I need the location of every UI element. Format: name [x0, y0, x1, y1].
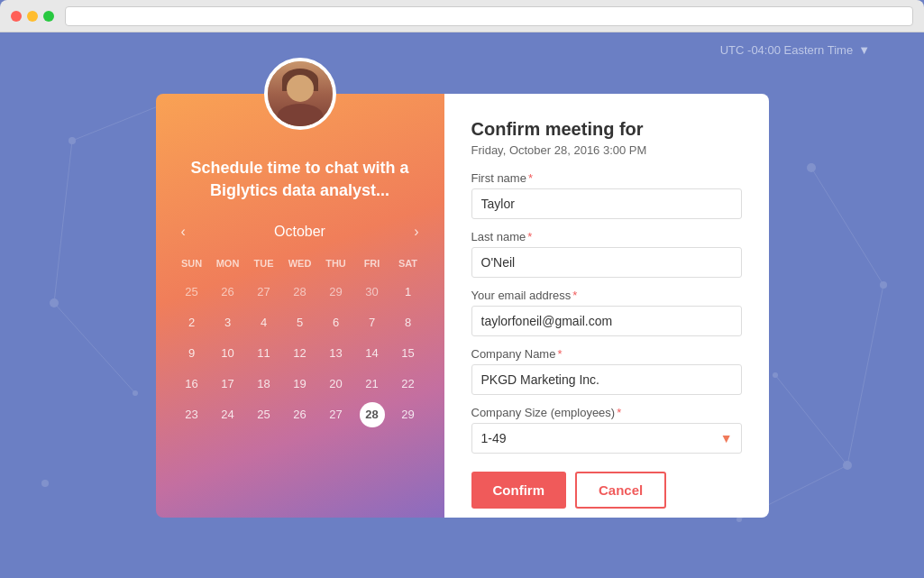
cal-day[interactable]: 25 [252, 402, 277, 427]
left-panel-content: Schedule time to chat with a Biglytics d… [174, 157, 426, 431]
svg-line-14 [847, 285, 883, 465]
cal-header-tue: TUE [246, 254, 282, 272]
cal-day[interactable]: 16 [179, 372, 205, 397]
cal-day[interactable]: 27 [252, 280, 277, 305]
cal-day[interactable]: 6 [324, 310, 349, 335]
cal-header-sun: SUN [174, 254, 210, 272]
required-star: * [572, 289, 577, 302]
svg-line-13 [811, 168, 883, 285]
close-button[interactable] [11, 11, 22, 22]
cal-day[interactable]: 22 [396, 372, 421, 397]
timezone-dropdown-arrow: ▼ [858, 43, 870, 57]
cal-day[interactable]: 11 [252, 341, 277, 366]
company-name-input[interactable] [471, 364, 742, 395]
email-input[interactable] [471, 306, 742, 336]
cal-day[interactable]: 2 [179, 310, 205, 335]
cal-day[interactable]: 27 [324, 402, 349, 427]
cal-day[interactable]: 5 [288, 310, 313, 335]
cal-day[interactable]: 15 [396, 341, 421, 366]
avatar [264, 58, 336, 130]
last-name-label: Last name* [471, 230, 742, 243]
cal-day[interactable]: 10 [215, 341, 241, 366]
first-name-input[interactable] [471, 188, 742, 219]
company-size-group: Company Size (employees)* 1-49 50-199 20… [471, 406, 742, 454]
card-container: Schedule time to chat with a Biglytics d… [156, 94, 769, 518]
cal-header-wed: WED [282, 254, 318, 272]
cal-day[interactable]: 25 [179, 280, 205, 305]
avatar-image [268, 61, 333, 126]
company-size-select-wrapper: 1-49 50-199 200-999 1000+ ▼ [471, 423, 742, 454]
cal-day[interactable]: 12 [288, 341, 313, 366]
maximize-button[interactable] [43, 11, 54, 22]
last-name-input[interactable] [471, 247, 742, 278]
company-name-group: Company Name* [471, 347, 742, 395]
cal-day[interactable]: 9 [179, 341, 205, 366]
last-name-group: Last name* [471, 230, 742, 278]
left-panel: Schedule time to chat with a Biglytics d… [156, 94, 444, 518]
cal-day[interactable]: 19 [288, 372, 313, 397]
required-star: * [528, 171, 533, 185]
calendar-header-row: SUN MON TUE WED THU FRI SAT [174, 254, 426, 272]
minimize-button[interactable] [27, 11, 38, 22]
svg-line-10 [72, 105, 162, 141]
cal-day-selected[interactable]: 28 [360, 402, 385, 427]
prev-month-button[interactable]: ‹ [174, 220, 193, 243]
cal-week-4: 16 17 18 19 20 21 22 [174, 370, 426, 399]
cal-day[interactable]: 18 [252, 372, 277, 397]
url-bar[interactable] [65, 6, 913, 26]
cal-day[interactable]: 21 [360, 372, 385, 397]
cal-day[interactable]: 4 [252, 310, 277, 335]
cal-header-mon: MON [210, 254, 246, 272]
svg-point-4 [41, 480, 49, 487]
calendar-nav: ‹ October › [174, 220, 426, 243]
calendar-month: October [274, 224, 325, 240]
cal-header-thu: THU [318, 254, 354, 272]
cal-day[interactable]: 24 [215, 402, 241, 427]
calendar-grid: SUN MON TUE WED THU FRI SAT 25 26 2 [174, 254, 426, 429]
required-star: * [557, 347, 562, 361]
cal-day[interactable]: 13 [324, 341, 349, 366]
cal-day[interactable]: 7 [360, 310, 385, 335]
cal-header-sat: SAT [390, 254, 426, 272]
button-row: Confirm Cancel [471, 472, 742, 509]
cal-day[interactable]: 26 [215, 280, 241, 305]
first-name-group: First name* [471, 171, 742, 219]
cal-day[interactable]: 17 [215, 372, 241, 397]
svg-line-11 [54, 141, 72, 303]
timezone-bar[interactable]: UTC -04:00 Eastern Time ▼ [720, 43, 870, 57]
avatar-face [287, 75, 314, 102]
required-star: * [527, 230, 532, 243]
cal-day[interactable]: 14 [360, 341, 385, 366]
next-month-button[interactable]: › [407, 220, 425, 243]
cal-day[interactable]: 23 [179, 402, 205, 427]
cal-day[interactable]: 28 [288, 280, 313, 305]
cal-header-fri: FRI [354, 254, 390, 272]
cancel-button[interactable]: Cancel [575, 472, 666, 509]
calendar: ‹ October › SUN MON TUE WED THU FRI SAT [174, 220, 426, 429]
avatar-body [278, 104, 323, 126]
company-size-label: Company Size (employees)* [471, 406, 742, 419]
main-area: UTC -04:00 Eastern Time ▼ Schedule time … [0, 32, 924, 578]
cal-day[interactable]: 29 [396, 402, 421, 427]
email-group: Your email address* [471, 289, 742, 336]
confirm-title: Confirm meeting for [471, 119, 742, 140]
confirm-subtitle: Friday, October 28, 2016 3:00 PM [471, 143, 742, 157]
company-size-select[interactable]: 1-49 50-199 200-999 1000+ [471, 423, 742, 454]
browser-chrome [0, 0, 924, 32]
schedule-title: Schedule time to chat with a Biglytics d… [174, 157, 426, 202]
cal-day[interactable]: 29 [324, 280, 349, 305]
required-star: * [617, 406, 621, 419]
right-panel: Confirm meeting for Friday, October 28, … [444, 94, 769, 518]
cal-week-3: 9 10 11 12 13 14 15 [174, 339, 426, 368]
cal-day[interactable]: 26 [288, 402, 313, 427]
traffic-lights [11, 11, 54, 22]
cal-day[interactable]: 20 [324, 372, 349, 397]
confirm-button[interactable]: Confirm [471, 472, 567, 509]
timezone-label: UTC -04:00 Eastern Time [720, 43, 853, 57]
cal-week-1: 25 26 27 28 29 30 1 [174, 278, 426, 307]
cal-day[interactable]: 8 [396, 310, 421, 335]
cal-day[interactable]: 30 [360, 280, 385, 305]
cal-day[interactable]: 3 [215, 310, 241, 335]
first-name-label: First name* [471, 171, 742, 185]
cal-day[interactable]: 1 [396, 280, 421, 305]
